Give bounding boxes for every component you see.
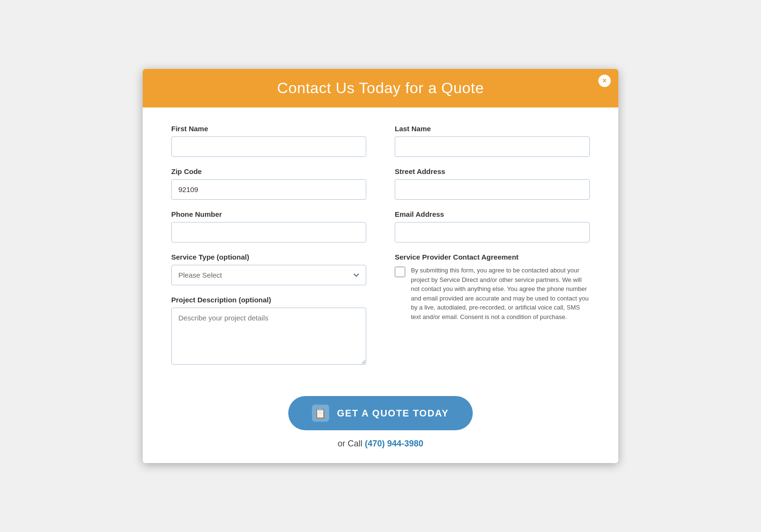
agreement-title: Service Provider Contact Agreement (395, 253, 590, 261)
quote-icon: 📋 (312, 405, 329, 422)
modal-title: Contact Us Today for a Quote (162, 79, 599, 97)
phone-number-group: Phone Number (171, 210, 366, 242)
zip-code-group: Zip Code (171, 167, 366, 200)
project-description-group: Project Description (optional) (171, 296, 366, 367)
close-button[interactable]: × (598, 75, 611, 87)
email-address-group: Email Address (395, 210, 590, 242)
agreement-content: By submitting this form, you agree to be… (395, 266, 590, 321)
street-address-group: Street Address (395, 167, 590, 200)
call-prefix: or Call (338, 439, 362, 448)
last-name-label: Last Name (395, 125, 590, 133)
call-text: or Call (470) 944-3980 (338, 439, 423, 449)
agreement-checkbox[interactable] (395, 267, 405, 277)
zip-code-input[interactable] (171, 179, 366, 200)
agreement-text: By submitting this form, you agree to be… (411, 266, 590, 321)
project-description-label: Project Description (optional) (171, 296, 366, 304)
phone-number-input[interactable] (171, 222, 366, 242)
agreement-section: Service Provider Contact Agreement By su… (395, 253, 590, 321)
first-name-group: First Name (171, 125, 366, 157)
first-name-label: First Name (171, 125, 366, 133)
contact-modal: Contact Us Today for a Quote × First Nam… (143, 69, 618, 463)
email-address-label: Email Address (395, 210, 590, 218)
right-column: Last Name Street Address Email Address S… (395, 125, 590, 377)
street-address-input[interactable] (395, 179, 590, 200)
left-column: First Name Zip Code Phone Number Service… (171, 125, 366, 377)
last-name-input[interactable] (395, 136, 590, 157)
zip-code-label: Zip Code (171, 167, 366, 175)
get-quote-button[interactable]: 📋 GET A QUOTE TODAY (288, 396, 472, 430)
first-name-input[interactable] (171, 136, 366, 157)
email-address-input[interactable] (395, 222, 590, 242)
quote-button-label: GET A QUOTE TODAY (337, 408, 449, 419)
street-address-label: Street Address (395, 167, 590, 175)
service-type-group: Service Type (optional) Please Select (171, 253, 366, 285)
modal-body: First Name Zip Code Phone Number Service… (143, 107, 618, 391)
service-type-select[interactable]: Please Select (171, 265, 366, 285)
service-type-label: Service Type (optional) (171, 253, 366, 261)
project-description-textarea[interactable] (171, 308, 366, 365)
last-name-group: Last Name (395, 125, 590, 157)
form-grid: First Name Zip Code Phone Number Service… (171, 125, 590, 377)
call-number-link[interactable]: (470) 944-3980 (365, 439, 423, 448)
form-footer: 📋 GET A QUOTE TODAY or Call (470) 944-39… (143, 391, 618, 463)
modal-header: Contact Us Today for a Quote × (143, 69, 618, 107)
phone-number-label: Phone Number (171, 210, 366, 218)
